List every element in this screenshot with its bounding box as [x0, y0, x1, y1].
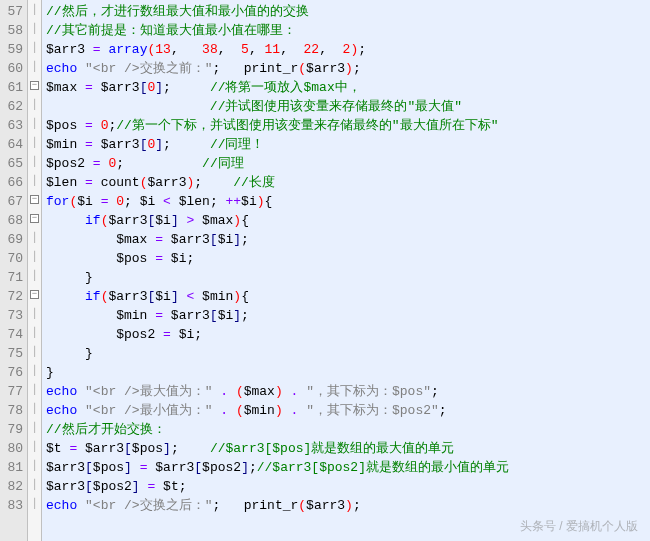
line-number: 70: [2, 249, 23, 268]
code-line[interactable]: echo "<br />交换之后："; print_r($arr3);: [46, 496, 509, 515]
line-number: 57: [2, 2, 23, 21]
code-line[interactable]: echo "<br />最小值为：" . ($min) . "，其下标为：$po…: [46, 401, 509, 420]
code-line[interactable]: $t = $arr3[$pos]; //$arr3[$pos]就是数组的最大值的…: [46, 439, 509, 458]
code-token: ]: [241, 460, 249, 475]
code-line[interactable]: echo "<br />交换之前："; print_r($arr3);: [46, 59, 509, 78]
fold-marker[interactable]: │: [28, 475, 41, 494]
code-token: [77, 403, 85, 418]
code-line[interactable]: $pos = 0;//第一个下标，并试图使用该变量来存储最终的"最大值所在下标": [46, 116, 509, 135]
fold-minus-icon[interactable]: −: [30, 195, 39, 204]
fold-marker[interactable]: │: [28, 95, 41, 114]
fold-marker[interactable]: │: [28, 57, 41, 76]
fold-marker[interactable]: │: [28, 399, 41, 418]
code-line[interactable]: }: [46, 363, 509, 382]
fold-marker[interactable]: │: [28, 19, 41, 38]
code-token: $arr3: [306, 61, 345, 76]
code-line[interactable]: $max = $arr3[$i];: [46, 230, 509, 249]
code-token: [179, 289, 187, 304]
fold-marker[interactable]: │: [28, 171, 41, 190]
fold-marker[interactable]: │: [28, 342, 41, 361]
code-token: [77, 384, 85, 399]
fold-marker[interactable]: │: [28, 228, 41, 247]
code-token: ;: [116, 156, 202, 171]
code-line[interactable]: $arr3 = array(13, 38, 5, 11, 22, 2);: [46, 40, 509, 59]
code-token: ,: [171, 42, 202, 57]
code-line[interactable]: $pos2 = $i;: [46, 325, 509, 344]
code-token: [228, 403, 236, 418]
line-number: 63: [2, 116, 23, 135]
code-token: $i: [77, 194, 100, 209]
fold-marker[interactable]: │: [28, 38, 41, 57]
line-number: 80: [2, 439, 23, 458]
code-token: (: [236, 403, 244, 418]
code-line[interactable]: //其它前提是：知道最大值最小值在哪里：: [46, 21, 509, 40]
fold-marker[interactable]: │: [28, 323, 41, 342]
fold-minus-icon[interactable]: −: [30, 214, 39, 223]
fold-marker[interactable]: │: [28, 361, 41, 380]
code-line[interactable]: $pos2 = 0; //同理: [46, 154, 509, 173]
code-token: 5: [241, 42, 249, 57]
line-number: 60: [2, 59, 23, 78]
fold-marker[interactable]: −: [28, 285, 41, 304]
code-token: $pos2: [46, 156, 93, 171]
code-area[interactable]: //然后，才进行数组最大值和最小值的的交换//其它前提是：知道最大值最小值在哪里…: [42, 0, 513, 541]
code-token: ,: [319, 42, 342, 57]
fold-marker[interactable]: │: [28, 247, 41, 266]
code-token: echo: [46, 61, 77, 76]
code-line[interactable]: //然后，才进行数组最大值和最小值的的交换: [46, 2, 509, 21]
code-line[interactable]: $min = $arr3[0]; //同理！: [46, 135, 509, 154]
code-token: $min: [46, 137, 85, 152]
code-token: echo: [46, 403, 77, 418]
fold-marker[interactable]: │: [28, 380, 41, 399]
fold-minus-icon[interactable]: −: [30, 81, 39, 90]
code-line[interactable]: if($arr3[$i] < $min){: [46, 287, 509, 306]
fold-marker[interactable]: −: [28, 209, 41, 228]
code-token: //长度: [233, 175, 275, 190]
code-line[interactable]: $arr3[$pos2] = $t;: [46, 477, 509, 496]
code-token: 13: [155, 42, 171, 57]
code-token: $arr3: [93, 80, 140, 95]
fold-marker[interactable]: │: [28, 418, 41, 437]
code-line[interactable]: }: [46, 268, 509, 287]
line-number: 65: [2, 154, 23, 173]
code-line[interactable]: $arr3[$pos] = $arr3[$pos2];//$arr3[$pos2…: [46, 458, 509, 477]
fold-minus-icon[interactable]: −: [30, 290, 39, 299]
code-token: "<br />最小值为：": [85, 403, 212, 418]
fold-marker[interactable]: │: [28, 266, 41, 285]
fold-marker[interactable]: −: [28, 190, 41, 209]
code-token: $len;: [171, 194, 226, 209]
code-token: //第一个下标，并试图使用该变量来存储最终的"最大值所在下标": [116, 118, 498, 133]
code-line[interactable]: //然后才开始交换：: [46, 420, 509, 439]
code-token: ,: [280, 42, 303, 57]
code-line[interactable]: for($i = 0; $i < $len; ++$i){: [46, 192, 509, 211]
code-line[interactable]: $pos = $i;: [46, 249, 509, 268]
code-token: ]: [132, 479, 140, 494]
code-token: ;: [241, 308, 249, 323]
fold-marker[interactable]: −: [28, 76, 41, 95]
fold-marker[interactable]: │: [28, 437, 41, 456]
fold-marker[interactable]: │: [28, 152, 41, 171]
code-token: ): [233, 213, 241, 228]
code-editor[interactable]: 5758596061626364656667686970717273747576…: [0, 0, 650, 541]
code-line[interactable]: $min = $arr3[$i];: [46, 306, 509, 325]
code-token: ): [257, 194, 265, 209]
code-line[interactable]: $max = $arr3[0]; //将第一项放入$max中，: [46, 78, 509, 97]
code-line[interactable]: echo "<br />最大值为：" . ($max) . "，其下标为：$po…: [46, 382, 509, 401]
code-line[interactable]: if($arr3[$i] > $max){: [46, 211, 509, 230]
code-line[interactable]: }: [46, 344, 509, 363]
code-token: if: [85, 289, 101, 304]
fold-marker[interactable]: │: [28, 0, 41, 19]
code-token: $i: [155, 213, 171, 228]
fold-column[interactable]: ││││−│││││−−│││−│││││││││││: [28, 0, 42, 541]
fold-marker[interactable]: │: [28, 304, 41, 323]
code-token: $i: [155, 289, 171, 304]
code-line[interactable]: //并试图使用该变量来存储最终的"最大值": [46, 97, 509, 116]
fold-marker[interactable]: │: [28, 456, 41, 475]
code-token: $max: [46, 232, 155, 247]
fold-marker[interactable]: │: [28, 494, 41, 513]
fold-marker[interactable]: │: [28, 133, 41, 152]
code-token: ,: [249, 42, 265, 57]
fold-marker[interactable]: │: [28, 114, 41, 133]
code-line[interactable]: $len = count($arr3); //长度: [46, 173, 509, 192]
code-token: $i;: [171, 327, 202, 342]
